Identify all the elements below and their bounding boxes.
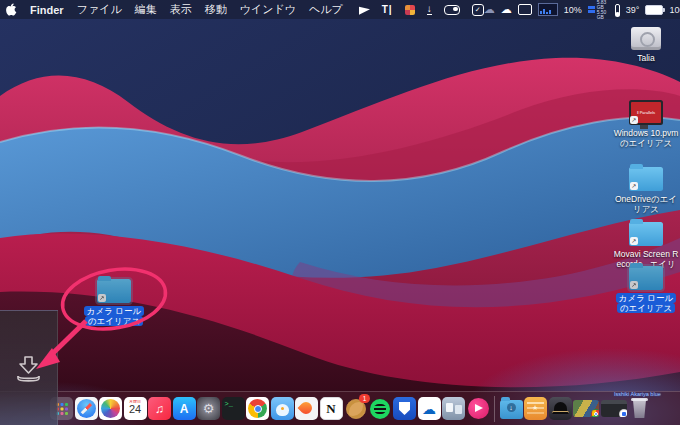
- icon-label: OneDriveのエイリアス: [613, 194, 679, 214]
- icon-label: Talia: [637, 53, 654, 63]
- cpu-percent: 10%: [564, 5, 582, 15]
- dock-item-pink-arrow-app[interactable]: [467, 397, 490, 420]
- menu-file[interactable]: ファイル: [77, 2, 122, 17]
- dock-item-orange-stack[interactable]: [524, 397, 547, 420]
- dock-item-photos[interactable]: [99, 397, 122, 420]
- menu-bar-status-right: ☁ ☁ 10% 5.83 GB 5.50 GB 39° 100% A: [484, 0, 680, 20]
- checkbox-icon[interactable]: [472, 4, 484, 16]
- alias-arrow-badge: [98, 294, 106, 302]
- memory-bars-icon[interactable]: 5.83 GB 5.50 GB: [588, 0, 609, 20]
- cloud-icon[interactable]: ☁: [501, 4, 512, 15]
- stray-file-label: Isshiki Akariya blue: [614, 391, 661, 397]
- folder-icon: [97, 279, 131, 303]
- alias-arrow-badge: [630, 281, 638, 289]
- dock-item-downloads-folder[interactable]: [500, 400, 523, 419]
- dock-item-calendar[interactable]: 月曜日 24: [124, 397, 147, 420]
- menu-app-name[interactable]: Finder: [30, 4, 64, 16]
- menu-view[interactable]: 表示: [170, 2, 192, 17]
- chrome-badge-icon: [591, 409, 599, 417]
- thermometer-icon[interactable]: [615, 4, 620, 16]
- app-badge-icon: [619, 409, 627, 417]
- dock-item-rocket-app[interactable]: [295, 397, 318, 420]
- dock-item-system-preferences[interactable]: [197, 397, 220, 420]
- dock-separator: [494, 396, 495, 422]
- desktop-icon-onedrive-alias[interactable]: OneDriveのエイリアス: [612, 162, 680, 214]
- desktop-icon-talia[interactable]: Talia: [612, 24, 680, 63]
- dock-item-safari[interactable]: [75, 397, 98, 420]
- dock-item-bitwarden[interactable]: [393, 397, 416, 420]
- apple-menu[interactable]: [6, 3, 17, 16]
- icon-label: カメラ ロールのエイリアス: [81, 306, 147, 326]
- dock-item-trash[interactable]: [628, 397, 651, 420]
- dock-item-window-manager[interactable]: [442, 397, 465, 420]
- dock-item-twitter-bird-app[interactable]: [271, 397, 294, 420]
- folder-icon: [629, 222, 663, 246]
- notification-badge: 1: [359, 394, 370, 403]
- toggle-icon[interactable]: [444, 5, 460, 15]
- parallels-vm-icon: ‖ Parallels: [629, 100, 663, 125]
- paper-plane-icon[interactable]: [359, 6, 370, 14]
- desktop-icon-camera-roll-circled[interactable]: カメラ ロールのエイリアス: [80, 274, 148, 326]
- color-grid-icon[interactable]: [405, 5, 415, 15]
- dock-item-chrome[interactable]: [246, 397, 269, 420]
- alias-arrow-badge: [630, 116, 638, 124]
- desktop: Finder ファイル 編集 表示 移動 ウインドウ ヘルプ T| ↓ ☁ ☁ …: [0, 0, 680, 425]
- menu-help[interactable]: ヘルプ: [309, 2, 343, 17]
- dock-item-spotify[interactable]: [369, 397, 392, 420]
- menu-window[interactable]: ウインドウ: [240, 2, 296, 17]
- cpu-graph-icon[interactable]: [538, 3, 558, 16]
- dock-item-music[interactable]: [148, 397, 171, 420]
- dock-item-onedrive[interactable]: [418, 397, 441, 420]
- desktop-icon-windows10-alias[interactable]: ‖ Parallels Windows 10.pvmのエイリアス: [612, 96, 680, 148]
- alias-arrow-badge: [630, 237, 638, 245]
- calendar-day: 24: [129, 404, 141, 415]
- text-tool-icon[interactable]: T|: [382, 4, 393, 15]
- display-icon[interactable]: [518, 4, 532, 15]
- cloud-dark-icon[interactable]: ☁: [484, 4, 495, 15]
- drop-panel[interactable]: [0, 310, 58, 425]
- memory-total: 5.50 GB: [597, 10, 609, 20]
- desktop-icon-camera-roll-alias[interactable]: カメラ ロールのエイリアス: [612, 261, 680, 313]
- dock-item-alfred[interactable]: [549, 397, 572, 420]
- download-icon[interactable]: ↓: [427, 4, 432, 15]
- folder-icon: [629, 266, 663, 290]
- icon-label: Windows 10.pvmのエイリアス: [613, 128, 679, 148]
- battery-percent: 100%: [669, 5, 680, 15]
- hard-drive-icon: [631, 27, 661, 50]
- menu-go[interactable]: 移動: [205, 2, 227, 17]
- temperature-value: 39°: [626, 5, 640, 15]
- battery-icon[interactable]: [645, 5, 663, 15]
- save-to-tray-icon: [13, 353, 44, 384]
- menu-edit[interactable]: 編集: [135, 2, 157, 17]
- dock-item-minimized-window-dark[interactable]: [601, 400, 627, 417]
- dock-item-biscuit-app[interactable]: 1: [344, 397, 367, 420]
- menu-bar-status-left: T| ↓: [359, 4, 484, 16]
- big-sur-wallpaper: [0, 0, 680, 425]
- folder-icon: [629, 167, 663, 191]
- dock-item-minimized-window-chrome[interactable]: [573, 400, 599, 417]
- dock: 月曜日 24 1: [0, 391, 680, 425]
- icon-label: カメラ ロールのエイリアス: [613, 293, 679, 313]
- dock-item-terminal[interactable]: [222, 397, 245, 420]
- dock-item-notion[interactable]: [320, 397, 343, 420]
- menu-bar: Finder ファイル 編集 表示 移動 ウインドウ ヘルプ T| ↓ ☁ ☁ …: [0, 0, 680, 19]
- dock-item-app-store[interactable]: [173, 397, 196, 420]
- alias-arrow-badge: [630, 182, 638, 190]
